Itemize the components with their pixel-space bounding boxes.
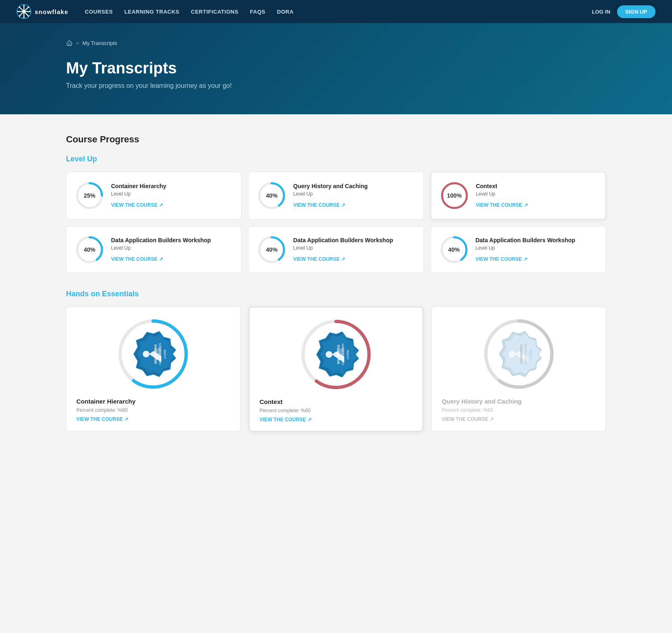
breadcrumb-separator: > <box>76 40 79 46</box>
view-course-link[interactable]: VIEW THE COURSE ↗ <box>111 256 163 262</box>
svg-point-5 <box>23 5 25 7</box>
card-data-app-3: 40% Data Application Builders Workshop L… <box>431 226 606 273</box>
category-hands-on-essentials: Hands on Essentials <box>66 290 606 432</box>
view-course-link[interactable]: VIEW THE COURSE ↗ <box>476 202 528 208</box>
svg-text:CORE: CORE <box>529 349 532 359</box>
card-info: Context Level Up VIEW THE COURSE ↗ <box>476 183 597 208</box>
view-course-link[interactable]: VIEW THE COURSE ↗ <box>476 256 528 262</box>
large-card-subtitle: Percent complete: %60 <box>442 407 493 413</box>
view-course-link[interactable]: VIEW THE COURSE ↗ <box>442 416 494 422</box>
logo[interactable]: snowflake <box>17 4 69 19</box>
course-name: Context <box>476 183 597 189</box>
progress-circle-100: 100% <box>440 181 469 210</box>
svg-point-7 <box>17 11 19 12</box>
category-title-level-up: Level Up <box>66 155 606 163</box>
snowpro-badge-2: SNOWPRO CERTIFICATION CORE <box>313 332 359 377</box>
svg-text:SNOWPRO: SNOWPRO <box>336 345 341 364</box>
home-icon <box>66 40 73 46</box>
course-category: Level Up <box>111 245 233 251</box>
progress-circle-25: 25% <box>75 181 104 210</box>
login-button[interactable]: LOG IN <box>592 9 610 15</box>
svg-text:SNOWPRO: SNOWPRO <box>154 344 158 364</box>
view-course-link[interactable]: VIEW THE COURSE ↗ <box>76 416 128 422</box>
card-container-hierarchy: 25% Container Hierarchy Level Up VIEW TH… <box>66 172 241 220</box>
navbar: snowflake COURSES LEARNING TRACKS CERTIF… <box>0 0 672 23</box>
course-category: Level Up <box>111 191 233 197</box>
category-level-up: Level Up 25% Container Hierarchy Level U… <box>66 155 606 273</box>
progress-text: 40% <box>448 246 460 253</box>
card-query-history: 40% Query History and Caching Level Up V… <box>248 172 424 220</box>
large-card-subtitle: Percent complete: %60 <box>260 408 311 413</box>
card-data-app-2: 40% Data Application Builders Workshop L… <box>248 226 424 273</box>
badge-svg: SNOWPRO CERTIFICATION CORE <box>313 332 359 377</box>
nav-learning-tracks[interactable]: LEARNING TRACKS <box>124 9 179 15</box>
nav-links: COURSES LEARNING TRACKS CERTIFICATIONS F… <box>85 9 592 15</box>
large-progress-circle-60a: SNOWPRO CERTIFICATION CORE <box>116 317 190 391</box>
hero-subtitle: Track your progress on your learning jou… <box>66 82 606 90</box>
svg-point-12 <box>19 15 20 17</box>
badge-svg: SNOWPRO CERTIFICATION CORE <box>130 331 176 377</box>
course-category: Level Up <box>293 191 415 197</box>
card-info: Query History and Caching Level Up VIEW … <box>293 183 415 208</box>
course-category: Level Up <box>293 245 415 251</box>
card-info: Data Application Builders Workshop Level… <box>293 237 415 262</box>
course-name: Data Application Builders Workshop <box>476 237 597 243</box>
svg-rect-14 <box>69 44 70 46</box>
course-name: Query History and Caching <box>293 183 415 189</box>
svg-point-13 <box>23 10 25 12</box>
course-category: Level Up <box>476 191 597 197</box>
view-course-link[interactable]: VIEW THE COURSE ↗ <box>111 202 163 208</box>
svg-text:CERTIFICATION: CERTIFICATION <box>341 343 344 365</box>
main-content: Course Progress Level Up 25% Container H… <box>0 114 672 468</box>
cards-row-2: 40% Data Application Builders Workshop L… <box>66 226 606 273</box>
large-circle-container: SNOWPRO CERTIFICATION CORE <box>76 317 230 391</box>
svg-text:CERTIFICATION: CERTIFICATION <box>159 343 161 365</box>
nav-certifications[interactable]: CERTIFICATIONS <box>191 9 239 15</box>
large-cards-grid: SNOWPRO CERTIFICATION CORE Container Hie… <box>66 307 606 432</box>
course-name: Data Application Builders Workshop <box>293 237 415 243</box>
large-card-title: Container Hierarchy <box>76 398 135 405</box>
large-progress-circle-60c: SNOWPRO CERTIFICATION CORE <box>482 317 556 391</box>
progress-text: 40% <box>84 246 95 253</box>
nav-dora[interactable]: DORA <box>277 9 293 15</box>
card-info: Data Application Builders Workshop Level… <box>476 237 597 262</box>
large-card-subtitle: Percent complete: %60 <box>76 407 128 413</box>
view-course-link[interactable]: VIEW THE COURSE ↗ <box>260 417 312 423</box>
card-info: Container Hierarchy Level Up VIEW THE CO… <box>111 183 233 208</box>
svg-point-10 <box>28 15 29 17</box>
view-course-link[interactable]: VIEW THE COURSE ↗ <box>293 202 345 208</box>
badge-svg: SNOWPRO CERTIFICATION CORE <box>496 331 542 377</box>
nav-faqs[interactable]: FAQS <box>250 9 265 15</box>
large-card-query-history: SNOWPRO CERTIFICATION CORE Query History… <box>431 307 606 432</box>
view-course-link[interactable]: VIEW THE COURSE ↗ <box>293 256 345 262</box>
brand-name: snowflake <box>35 8 69 15</box>
breadcrumb: > My Transcripts <box>66 40 606 46</box>
nav-courses[interactable]: COURSES <box>85 9 113 15</box>
page-title: My Transcripts <box>66 59 606 77</box>
large-circle-container: SNOWPRO CERTIFICATION CORE <box>260 317 413 392</box>
snowpro-badge: SNOWPRO CERTIFICATION CORE <box>130 331 176 377</box>
section-title: Course Progress <box>66 134 606 145</box>
large-card-context: SNOWPRO CERTIFICATION CORE Context Perce… <box>249 307 424 432</box>
hero-banner: > My Transcripts My Transcripts Track yo… <box>0 23 672 114</box>
snowpro-badge-3: SNOWPRO CERTIFICATION CORE <box>496 331 542 377</box>
progress-circle-40a: 40% <box>257 181 286 210</box>
large-card-container-hierarchy: SNOWPRO CERTIFICATION CORE Container Hie… <box>66 307 241 432</box>
course-name: Container Hierarchy <box>111 183 233 189</box>
large-card-title: Query History and Caching <box>442 398 521 405</box>
card-data-app-1: 40% Data Application Builders Workshop L… <box>66 226 241 273</box>
svg-text:CORE: CORE <box>163 349 167 359</box>
cards-row-1: 25% Container Hierarchy Level Up VIEW TH… <box>66 172 606 220</box>
svg-text:SNOWPRO: SNOWPRO <box>519 344 523 364</box>
card-context-100: 100% Context Level Up VIEW THE COURSE ↗ <box>431 172 606 220</box>
progress-circle-40d: 40% <box>439 235 469 265</box>
svg-point-9 <box>19 6 20 8</box>
large-progress-circle-60b: SNOWPRO CERTIFICATION CORE <box>299 317 373 392</box>
category-title-hands-on: Hands on Essentials <box>66 290 606 298</box>
large-circle-container: SNOWPRO CERTIFICATION CORE <box>442 317 596 391</box>
svg-text:CERTIFICATION: CERTIFICATION <box>524 343 527 365</box>
progress-text: 40% <box>266 246 277 253</box>
progress-text: 100% <box>447 192 462 199</box>
progress-text: 25% <box>84 192 95 199</box>
signup-button[interactable]: SIGN UP <box>617 5 655 18</box>
